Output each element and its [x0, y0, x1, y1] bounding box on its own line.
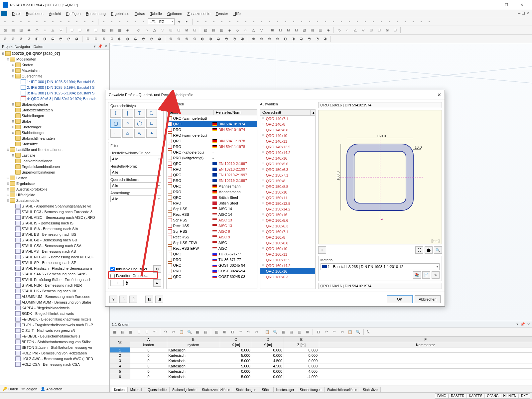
menu-extras[interactable]: Extras	[132, 12, 148, 16]
toolbar-button[interactable]: ▸	[183, 18, 191, 25]
toolbar-button[interactable]: ⊕	[84, 35, 91, 43]
details-button[interactable]: 🔍	[434, 246, 442, 254]
toolbar-button[interactable]: ⊗	[100, 35, 107, 43]
table-tool-button[interactable]: ▤	[202, 329, 209, 336]
toolbar-button[interactable]: ◒	[215, 35, 222, 43]
toolbar-button[interactable]: ▫	[202, 18, 209, 25]
toolbar-button[interactable]: ▫	[402, 18, 409, 25]
favorites-checkbox[interactable]	[110, 274, 115, 278]
toolbar-button[interactable]: ▫	[386, 18, 393, 25]
toolbar-button[interactable]: ▫	[116, 18, 123, 25]
toolbar-button[interactable]: ⊖	[258, 35, 265, 43]
toolbar-button[interactable]: ▧	[301, 27, 308, 34]
tree-item[interactable]: ⊞Ausdruckprotokolle	[0, 186, 109, 192]
toolbar-button[interactable]: ▫	[298, 18, 305, 25]
toolbar-button[interactable]: ▤	[210, 27, 217, 34]
toolbar-button[interactable]: ◒	[298, 35, 305, 43]
crosssection-row[interactable]: ¹⁾QRO 150x8	[260, 178, 315, 184]
series-row[interactable]: QROGOST 30245-03	[167, 274, 257, 279]
toolbar-button[interactable]: ⊠	[285, 27, 292, 34]
toolbar-button[interactable]: △	[151, 27, 158, 34]
toolbar-button[interactable]: ▫	[100, 18, 107, 25]
menu-datei[interactable]: Datei	[9, 12, 23, 16]
crosssection-row[interactable]: ¹⁾QRO 150x16	[260, 212, 315, 217]
tree-item[interactable]: FE-BEUL - Beulsicherheitsnachweis	[0, 333, 109, 339]
series-row[interactable]: Sqr HSS-ERWAISC	[167, 240, 257, 245]
table-tool-button[interactable]: ⊟	[229, 329, 236, 336]
tree-item[interactable]: ⊟Modelldaten	[0, 56, 109, 62]
toolbar-button[interactable]: ▫	[17, 18, 25, 25]
toolbar-button[interactable]: ▫	[362, 18, 369, 25]
series-row[interactable]: Sqr HSSAISC 9	[167, 228, 257, 234]
table-tool-button[interactable]: ⊟	[315, 329, 322, 336]
table-tool-button[interactable]: ↷	[331, 329, 338, 336]
tree-item[interactable]: ⊞Knotenlager	[0, 124, 109, 130]
toolbar-button[interactable]: ◐	[33, 35, 41, 43]
toolbar-button[interactable]: ▽	[258, 27, 265, 34]
shape-t-icon[interactable]: T	[134, 109, 145, 118]
toolbar-button[interactable]: ⊘	[108, 35, 115, 43]
toolbar-button[interactable]: ◈	[325, 27, 332, 34]
shape-hat-icon[interactable]: ⏢	[122, 129, 133, 138]
toolbar-button[interactable]: ◑	[124, 35, 131, 43]
crosssection-row[interactable]: ¹⁾QRO 140x8.8	[260, 127, 315, 133]
tool-a-button[interactable]: ◧	[145, 296, 153, 303]
menu-ansicht[interactable]: Ansicht	[46, 12, 64, 16]
loadcase-combo[interactable]: LF1 - EG	[148, 18, 175, 25]
toolbar-button[interactable]: ◕	[322, 35, 329, 43]
tree-item[interactable]: STAHL BS - Bemessung nach BS	[0, 231, 109, 237]
material-combo[interactable]: 1 - Baustahl S 235 | DIN EN 1993-1-1:201…	[321, 263, 440, 270]
crosssection-row[interactable]: ¹⁾QRO 140x11	[260, 138, 315, 144]
toolbar-button[interactable]: ▫	[322, 18, 329, 25]
toolbar-button[interactable]: ▫	[354, 18, 361, 25]
series-list[interactable]: ReiheHersteller/Norm QRO (warmgefertigt)…	[166, 109, 257, 289]
toolbar-button[interactable]: ◈	[226, 27, 233, 34]
tree-item[interactable]: STAHL Ermüdung Stäbe - Ermüdungsnach	[0, 277, 109, 282]
tree-item[interactable]: BGDK - Biegedrillknicknachweis	[0, 311, 109, 316]
series-row[interactable]: RROBritish Steel	[167, 200, 257, 206]
tree-item[interactable]: C-ZU-T - Nachweis von grenz c/t	[0, 328, 109, 333]
stress-button[interactable]: ⬤	[425, 246, 433, 254]
tree-item[interactable]: ⊞Knoten	[0, 62, 109, 67]
toolbar-button[interactable]: ○	[143, 27, 150, 34]
shape-z-icon[interactable]: ⌐	[110, 129, 121, 138]
crosssection-row[interactable]: ¹⁾QRO 150x8.8	[260, 184, 315, 189]
shape-angle-icon[interactable]: ∟	[146, 119, 157, 128]
toolbar-button[interactable]: ▫	[370, 18, 377, 25]
tree-item[interactable]: HOLZ Pro - Bemessung von Holzstäben	[0, 350, 109, 356]
toolbar-button[interactable]: ▫	[65, 18, 72, 25]
series-row[interactable]: RROEN 10219-2:1997	[167, 178, 257, 183]
tree-item[interactable]: ALUMINIUM ADM - Bemessung von Stäbe	[0, 299, 109, 305]
toolbar-button[interactable]: ◕	[156, 35, 163, 43]
toolbar-button[interactable]: ▽	[159, 27, 166, 34]
dialog-close-icon[interactable]: ✕	[437, 92, 441, 97]
mdi-minimize-icon[interactable]: ─	[518, 11, 520, 16]
toolbar-button[interactable]: ▫	[306, 18, 313, 25]
table-tool-button[interactable]: ↶	[237, 329, 244, 336]
toolbar-button[interactable]: ▫	[250, 18, 257, 25]
toolbar-button[interactable]: ◇	[33, 27, 41, 34]
toolbar-button[interactable]: ⊡	[191, 27, 198, 34]
toolbar-button[interactable]: ▥	[17, 27, 25, 34]
tool-b-button[interactable]: ◨	[155, 296, 163, 303]
tree-item[interactable]: ⊟200720_QS-QRO* [2020_07]	[0, 51, 109, 56]
toolbar-button[interactable]: ⊕	[1, 35, 9, 43]
tree-item[interactable]: STAHL HK - Bemessung nach HK	[0, 288, 109, 294]
toolbar-button[interactable]: ▧	[1, 27, 9, 34]
toolbar-button[interactable]: ◔	[65, 35, 72, 43]
tree-item[interactable]: KAPPA - Biegeknicknachweis	[0, 305, 109, 311]
tree-item[interactable]: STAHL GB - Bemessung nach GB	[0, 237, 109, 243]
toolbar-button[interactable]: ⊟	[277, 27, 284, 34]
filter-shape-combo[interactable]: Alle	[110, 182, 161, 189]
tree-item[interactable]: ⊟Lastfälle und Kombinationen	[0, 147, 109, 152]
tree-item[interactable]: EL-PL - Tragsicherheitsnachweis nach EL-…	[0, 322, 109, 328]
table-tool-button[interactable]: ⊟	[143, 329, 150, 336]
toolbar-button[interactable]: ▫	[1, 18, 9, 25]
table-tool-button[interactable]: ✂	[338, 329, 346, 336]
toolbar-button[interactable]: ▫	[242, 18, 249, 25]
series-row[interactable]: QROEN 10210-2:1997	[167, 161, 257, 166]
table-tool-button[interactable]: 📋	[346, 329, 354, 336]
toolbar-button[interactable]: ○	[242, 27, 249, 34]
crosssection-list[interactable]: Querschnitt▴ ¹⁾QRO 140x7.1¹⁾QRO 140x8¹⁾Q…	[260, 109, 316, 289]
shape-round-icon[interactable]: ●	[146, 129, 157, 138]
